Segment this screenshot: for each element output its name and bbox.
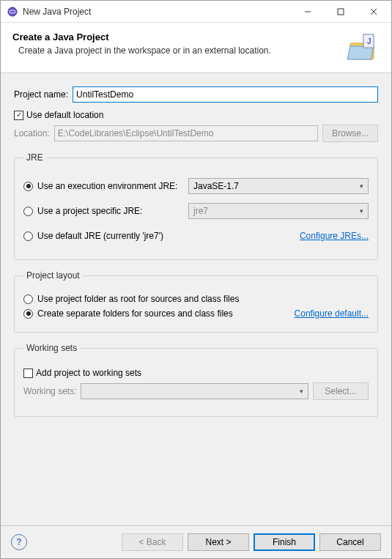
- close-button[interactable]: [357, 1, 390, 22]
- minimize-button[interactable]: [291, 1, 324, 22]
- window-title: New Java Project: [23, 7, 291, 17]
- radio-separate-folders[interactable]: [23, 309, 33, 319]
- project-name-input[interactable]: [73, 86, 378, 103]
- project-jre-select: jre7 ▾: [188, 203, 369, 219]
- folder-wizard-icon: J: [341, 32, 380, 62]
- project-name-label: Project name:: [14, 89, 68, 100]
- back-button: < Back: [122, 533, 183, 551]
- working-sets-legend: Working sets: [23, 343, 80, 353]
- working-sets-checkbox-label: Add project to working sets: [36, 368, 141, 378]
- jre-project-label: Use a project specific JRE:: [37, 206, 184, 216]
- layout-legend: Project layout: [23, 270, 83, 281]
- select-working-sets-button: Select...: [313, 382, 369, 400]
- radio-exec-env[interactable]: [23, 182, 33, 191]
- chevron-down-icon: ▾: [360, 207, 363, 215]
- project-layout-group: Project layout Use project folder as roo…: [14, 270, 378, 333]
- chevron-down-icon: ▾: [300, 388, 303, 395]
- location-input: [54, 125, 318, 141]
- banner: Create a Java Project Create a Java proj…: [1, 23, 391, 73]
- svg-rect-3: [338, 9, 344, 15]
- chevron-down-icon: ▾: [360, 182, 363, 190]
- finish-button[interactable]: Finish: [254, 533, 315, 551]
- jre-group: JRE Use an execution environment JRE: Ja…: [14, 152, 378, 260]
- radio-default-jre[interactable]: [23, 232, 33, 241]
- location-label: Location:: [14, 128, 50, 138]
- working-sets-select: ▾: [81, 383, 308, 399]
- layout-separate-label: Create separate folders for sources and …: [37, 308, 290, 319]
- jre-default-label: Use default JRE (currently 'jre7'): [37, 231, 295, 241]
- eclipse-icon: [7, 6, 18, 18]
- cancel-button[interactable]: Cancel: [319, 533, 381, 551]
- checkbox-icon: [23, 369, 33, 378]
- configure-default-link[interactable]: Configure default...: [295, 308, 369, 319]
- jre-legend: JRE: [23, 152, 46, 163]
- jre-exec-env-label: Use an execution environment JRE:: [37, 181, 184, 191]
- help-icon[interactable]: ?: [11, 534, 27, 550]
- radio-project-jre[interactable]: [23, 207, 33, 216]
- banner-title: Create a Java Project: [12, 32, 341, 42]
- add-working-sets-checkbox[interactable]: Add project to working sets: [23, 368, 369, 378]
- maximize-button[interactable]: [324, 1, 357, 22]
- titlebar: New Java Project: [1, 1, 391, 23]
- radio-root-folder[interactable]: [23, 295, 33, 304]
- layout-root-label: Use project folder as root for sources a…: [37, 294, 239, 304]
- exec-env-select[interactable]: JavaSE-1.7 ▾: [188, 178, 369, 194]
- configure-jres-link[interactable]: Configure JREs...: [300, 231, 369, 241]
- default-location-label: Use default location: [26, 110, 103, 120]
- dialog-content: Project name: Use default location Locat…: [1, 73, 391, 525]
- banner-description: Create a Java project in the workspace o…: [18, 45, 341, 56]
- working-sets-group: Working sets Add project to working sets…: [14, 343, 378, 417]
- working-sets-label: Working sets:: [23, 386, 76, 396]
- default-location-checkbox[interactable]: Use default location: [14, 110, 378, 120]
- svg-text:J: J: [367, 37, 371, 45]
- next-button[interactable]: Next >: [188, 533, 249, 551]
- button-bar: ? < Back Next > Finish Cancel: [1, 525, 391, 558]
- browse-button: Browse...: [322, 125, 378, 142]
- checkbox-icon: [14, 111, 23, 120]
